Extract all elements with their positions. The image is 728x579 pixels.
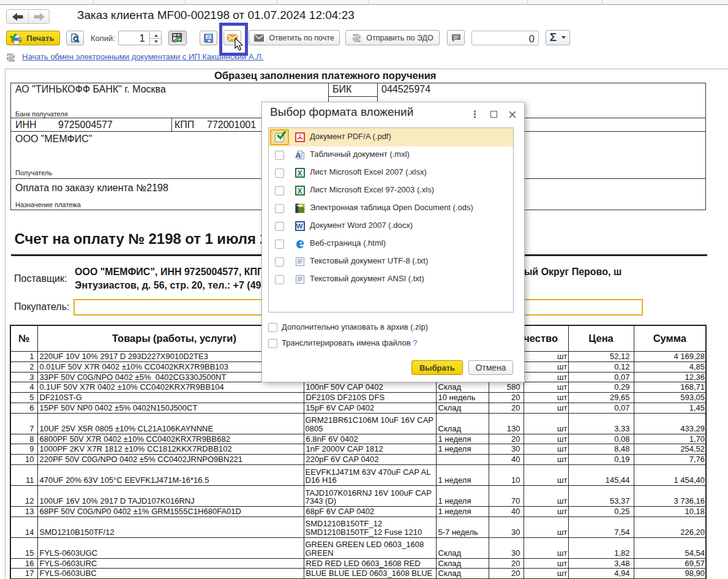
svg-text:A: A [295,151,301,160]
svg-text:W: W [296,222,303,230]
svg-text:X: X [298,169,302,178]
svg-text:X: X [298,187,302,195]
